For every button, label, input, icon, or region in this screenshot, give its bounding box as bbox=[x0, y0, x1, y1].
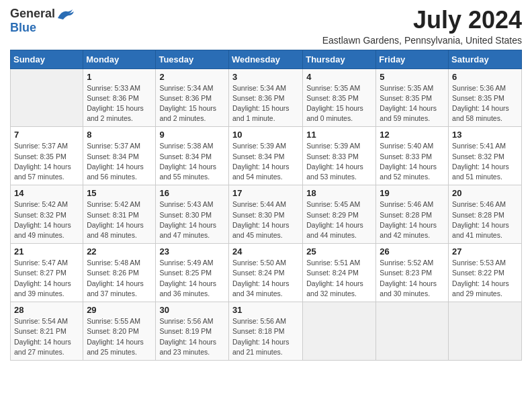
calendar-cell: 25Sunrise: 5:51 AMSunset: 8:24 PMDayligh… bbox=[303, 244, 376, 302]
calendar-cell: 31Sunrise: 5:56 AMSunset: 8:18 PMDayligh… bbox=[228, 302, 302, 361]
day-info: Sunrise: 5:46 AMSunset: 8:28 PMDaylight:… bbox=[380, 199, 445, 240]
weekday-header-row: SundayMondayTuesdayWednesdayThursdayFrid… bbox=[11, 50, 522, 68]
calendar-cell: 16Sunrise: 5:43 AMSunset: 8:30 PMDayligh… bbox=[156, 185, 229, 244]
calendar-week-row: 7Sunrise: 5:37 AMSunset: 8:35 PMDaylight… bbox=[11, 127, 522, 185]
day-info: Sunrise: 5:56 AMSunset: 8:19 PMDaylight:… bbox=[159, 316, 225, 357]
calendar-week-row: 14Sunrise: 5:42 AMSunset: 8:32 PMDayligh… bbox=[11, 185, 522, 244]
day-number: 14 bbox=[14, 188, 79, 198]
calendar-cell: 23Sunrise: 5:49 AMSunset: 8:25 PMDayligh… bbox=[156, 244, 229, 302]
calendar-week-row: 28Sunrise: 5:54 AMSunset: 8:21 PMDayligh… bbox=[11, 302, 522, 361]
calendar-cell: 9Sunrise: 5:38 AMSunset: 8:34 PMDaylight… bbox=[156, 127, 229, 185]
day-number: 18 bbox=[306, 188, 372, 198]
calendar-cell: 3Sunrise: 5:34 AMSunset: 8:36 PMDaylight… bbox=[228, 68, 302, 127]
calendar-cell: 28Sunrise: 5:54 AMSunset: 8:21 PMDayligh… bbox=[11, 302, 83, 361]
calendar-cell: 12Sunrise: 5:40 AMSunset: 8:33 PMDayligh… bbox=[376, 127, 449, 185]
day-number: 26 bbox=[380, 246, 445, 257]
day-info: Sunrise: 5:35 AMSunset: 8:35 PMDaylight:… bbox=[306, 83, 372, 124]
calendar-week-row: 21Sunrise: 5:47 AMSunset: 8:27 PMDayligh… bbox=[11, 244, 522, 302]
calendar-cell bbox=[376, 302, 449, 361]
day-number: 28 bbox=[14, 305, 79, 315]
page-header: General Blue July 2024 Eastlawn Gardens,… bbox=[10, 7, 522, 46]
day-number: 11 bbox=[306, 130, 372, 140]
day-number: 19 bbox=[380, 188, 445, 198]
day-info: Sunrise: 5:44 AMSunset: 8:30 PMDaylight:… bbox=[232, 199, 299, 240]
day-number: 25 bbox=[306, 246, 372, 257]
day-info: Sunrise: 5:45 AMSunset: 8:29 PMDaylight:… bbox=[306, 199, 372, 240]
calendar-cell: 13Sunrise: 5:41 AMSunset: 8:32 PMDayligh… bbox=[449, 127, 522, 185]
calendar-cell bbox=[303, 302, 376, 361]
day-number: 30 bbox=[159, 305, 225, 315]
calendar-cell: 15Sunrise: 5:42 AMSunset: 8:31 PMDayligh… bbox=[83, 185, 156, 244]
day-number: 6 bbox=[452, 72, 518, 82]
day-number: 23 bbox=[159, 246, 225, 257]
calendar-cell: 26Sunrise: 5:52 AMSunset: 8:23 PMDayligh… bbox=[376, 244, 449, 302]
calendar-cell: 22Sunrise: 5:48 AMSunset: 8:26 PMDayligh… bbox=[83, 244, 156, 302]
logo: General Blue bbox=[10, 7, 75, 35]
day-info: Sunrise: 5:36 AMSunset: 8:35 PMDaylight:… bbox=[452, 83, 518, 124]
calendar-week-row: 1Sunrise: 5:33 AMSunset: 8:36 PMDaylight… bbox=[11, 68, 522, 127]
day-info: Sunrise: 5:35 AMSunset: 8:35 PMDaylight:… bbox=[380, 83, 445, 124]
day-number: 15 bbox=[87, 188, 152, 198]
day-info: Sunrise: 5:42 AMSunset: 8:32 PMDaylight:… bbox=[14, 199, 79, 240]
day-info: Sunrise: 5:50 AMSunset: 8:24 PMDaylight:… bbox=[232, 258, 299, 299]
day-number: 29 bbox=[87, 305, 152, 315]
day-info: Sunrise: 5:34 AMSunset: 8:36 PMDaylight:… bbox=[159, 83, 225, 124]
weekday-header-saturday: Saturday bbox=[449, 50, 522, 68]
day-number: 22 bbox=[87, 246, 152, 257]
day-number: 16 bbox=[159, 188, 225, 198]
logo-bird-icon bbox=[56, 7, 75, 21]
day-info: Sunrise: 5:55 AMSunset: 8:20 PMDaylight:… bbox=[87, 316, 152, 357]
day-number: 12 bbox=[380, 130, 445, 140]
day-info: Sunrise: 5:48 AMSunset: 8:26 PMDaylight:… bbox=[87, 258, 152, 299]
day-info: Sunrise: 5:39 AMSunset: 8:34 PMDaylight:… bbox=[232, 141, 299, 182]
day-info: Sunrise: 5:40 AMSunset: 8:33 PMDaylight:… bbox=[380, 141, 445, 182]
month-title: July 2024 bbox=[322, 7, 522, 34]
day-info: Sunrise: 5:49 AMSunset: 8:25 PMDaylight:… bbox=[159, 258, 225, 299]
calendar-cell: 4Sunrise: 5:35 AMSunset: 8:35 PMDaylight… bbox=[303, 68, 376, 127]
day-number: 3 bbox=[232, 72, 299, 82]
day-number: 7 bbox=[14, 130, 79, 140]
calendar-cell: 29Sunrise: 5:55 AMSunset: 8:20 PMDayligh… bbox=[83, 302, 156, 361]
calendar-cell: 20Sunrise: 5:46 AMSunset: 8:28 PMDayligh… bbox=[449, 185, 522, 244]
day-info: Sunrise: 5:37 AMSunset: 8:34 PMDaylight:… bbox=[87, 141, 152, 182]
calendar-cell: 2Sunrise: 5:34 AMSunset: 8:36 PMDaylight… bbox=[156, 68, 229, 127]
calendar-cell: 27Sunrise: 5:53 AMSunset: 8:22 PMDayligh… bbox=[449, 244, 522, 302]
day-info: Sunrise: 5:51 AMSunset: 8:24 PMDaylight:… bbox=[306, 258, 372, 299]
day-number: 9 bbox=[159, 130, 225, 140]
weekday-header-thursday: Thursday bbox=[303, 50, 376, 68]
day-number: 10 bbox=[232, 130, 299, 140]
calendar-cell: 10Sunrise: 5:39 AMSunset: 8:34 PMDayligh… bbox=[228, 127, 302, 185]
weekday-header-wednesday: Wednesday bbox=[228, 50, 302, 68]
logo-general-text: General bbox=[10, 7, 55, 21]
calendar-cell: 17Sunrise: 5:44 AMSunset: 8:30 PMDayligh… bbox=[228, 185, 302, 244]
day-number: 8 bbox=[87, 130, 152, 140]
day-number: 4 bbox=[306, 72, 372, 82]
day-number: 13 bbox=[452, 130, 518, 140]
calendar-table: SundayMondayTuesdayWednesdayThursdayFrid… bbox=[10, 50, 522, 361]
location-title: Eastlawn Gardens, Pennsylvania, United S… bbox=[322, 35, 522, 46]
day-number: 31 bbox=[232, 305, 299, 315]
day-info: Sunrise: 5:34 AMSunset: 8:36 PMDaylight:… bbox=[232, 83, 299, 124]
day-number: 21 bbox=[14, 246, 79, 257]
calendar-cell: 6Sunrise: 5:36 AMSunset: 8:35 PMDaylight… bbox=[449, 68, 522, 127]
calendar-cell bbox=[11, 68, 83, 127]
calendar-cell: 8Sunrise: 5:37 AMSunset: 8:34 PMDaylight… bbox=[83, 127, 156, 185]
calendar-cell: 7Sunrise: 5:37 AMSunset: 8:35 PMDaylight… bbox=[11, 127, 83, 185]
day-number: 27 bbox=[452, 246, 518, 257]
calendar-cell: 18Sunrise: 5:45 AMSunset: 8:29 PMDayligh… bbox=[303, 185, 376, 244]
day-info: Sunrise: 5:43 AMSunset: 8:30 PMDaylight:… bbox=[159, 199, 225, 240]
calendar-cell: 14Sunrise: 5:42 AMSunset: 8:32 PMDayligh… bbox=[11, 185, 83, 244]
calendar-cell: 11Sunrise: 5:39 AMSunset: 8:33 PMDayligh… bbox=[303, 127, 376, 185]
day-info: Sunrise: 5:39 AMSunset: 8:33 PMDaylight:… bbox=[306, 141, 372, 182]
day-info: Sunrise: 5:54 AMSunset: 8:21 PMDaylight:… bbox=[14, 316, 79, 357]
calendar-cell: 24Sunrise: 5:50 AMSunset: 8:24 PMDayligh… bbox=[228, 244, 302, 302]
weekday-header-friday: Friday bbox=[376, 50, 449, 68]
day-info: Sunrise: 5:53 AMSunset: 8:22 PMDaylight:… bbox=[452, 258, 518, 299]
day-info: Sunrise: 5:46 AMSunset: 8:28 PMDaylight:… bbox=[452, 199, 518, 240]
day-number: 2 bbox=[159, 72, 225, 82]
title-block: July 2024 Eastlawn Gardens, Pennsylvania… bbox=[322, 7, 522, 46]
weekday-header-sunday: Sunday bbox=[11, 50, 83, 68]
day-info: Sunrise: 5:52 AMSunset: 8:23 PMDaylight:… bbox=[380, 258, 445, 299]
day-info: Sunrise: 5:33 AMSunset: 8:36 PMDaylight:… bbox=[87, 83, 152, 124]
calendar-cell: 30Sunrise: 5:56 AMSunset: 8:19 PMDayligh… bbox=[156, 302, 229, 361]
